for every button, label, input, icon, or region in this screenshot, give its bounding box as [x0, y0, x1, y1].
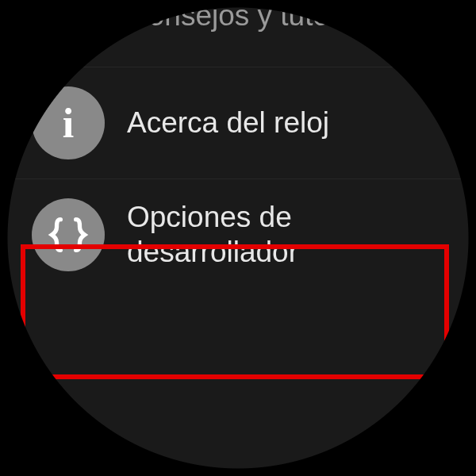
menu-item-label: Opciones de desarrollador [127, 200, 444, 271]
tips-icon [32, 0, 105, 52]
menu-item-developer-options[interactable]: Opciones de desarrollador [0, 179, 476, 309]
svg-rect-2 [67, 7, 70, 10]
menu-item-label: Acerca del reloj [127, 106, 329, 140]
menu-item-about[interactable]: i Acerca del reloj [0, 67, 476, 179]
menu-item-tips[interactable]: Consejos y tutoriales [0, 0, 476, 67]
menu-item-label: Consejos y tutoriales [127, 0, 399, 33]
settings-menu: Consejos y tutoriales i Acerca del reloj… [0, 0, 476, 309]
info-icon: i [32, 86, 105, 159]
svg-rect-1 [67, 13, 70, 23]
braces-icon [32, 198, 105, 271]
watch-screen: Consejos y tutoriales i Acerca del reloj… [0, 0, 476, 476]
